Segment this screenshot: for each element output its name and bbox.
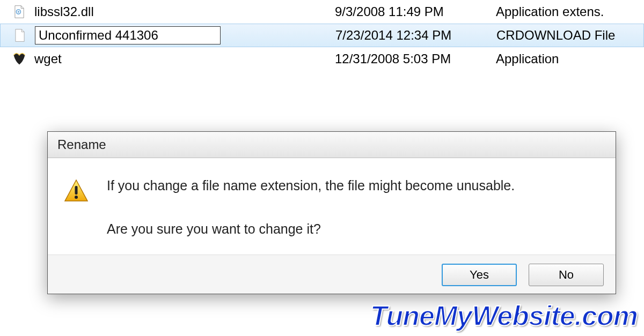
file-type: Application xyxy=(496,51,644,66)
file-row[interactable]: libssl32.dll 9/3/2008 11:49 PM Applicati… xyxy=(0,0,644,24)
wget-app-icon xyxy=(11,50,28,68)
file-date: 7/23/2014 12:34 PM xyxy=(335,28,496,43)
rename-input[interactable] xyxy=(35,26,221,44)
dialog-message-line1: If you change a file name extension, the… xyxy=(107,176,515,195)
dialog-title: Rename xyxy=(48,132,616,158)
file-date: 9/3/2008 11:49 PM xyxy=(335,4,496,19)
file-row-selected[interactable]: 7/23/2014 12:34 PM CRDOWNLOAD File xyxy=(0,24,644,47)
watermark-text: TuneMyWebsite.com xyxy=(370,300,638,332)
warning-icon xyxy=(64,178,89,203)
file-type: CRDOWNLOAD File xyxy=(496,28,643,43)
file-date: 12/31/2008 5:03 PM xyxy=(335,51,496,66)
file-name-editing xyxy=(35,26,335,44)
file-name: wget xyxy=(34,51,335,66)
dll-file-icon xyxy=(11,3,28,20)
file-row[interactable]: wget 12/31/2008 5:03 PM Application xyxy=(0,47,644,71)
file-type: Application extens. xyxy=(496,4,644,19)
yes-button[interactable]: Yes xyxy=(442,264,517,286)
no-button[interactable]: No xyxy=(529,264,604,286)
svg-point-3 xyxy=(75,196,78,199)
dialog-footer: Yes No xyxy=(48,255,616,294)
dialog-message-line2: Are you sure you want to change it? xyxy=(107,220,515,238)
blank-file-icon xyxy=(11,27,28,44)
file-name: libssl32.dll xyxy=(34,4,335,19)
file-list: libssl32.dll 9/3/2008 11:49 PM Applicati… xyxy=(0,0,644,71)
rename-dialog: Rename If you change a file name extensi… xyxy=(47,131,616,294)
svg-point-1 xyxy=(18,11,19,12)
svg-rect-2 xyxy=(75,186,78,195)
